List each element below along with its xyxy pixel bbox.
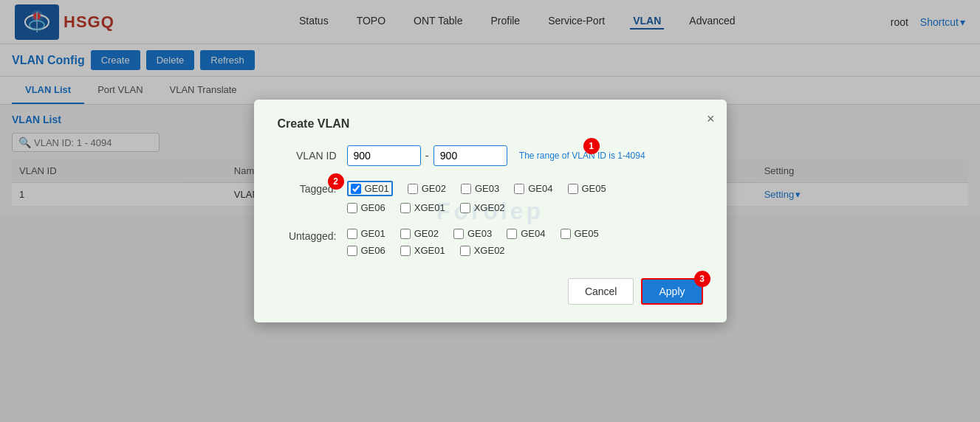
tagged-ge06-label: GE06 xyxy=(361,202,386,213)
untagged-xge02-label: XGE02 xyxy=(474,245,505,256)
tagged-xge01-item: XGE01 xyxy=(400,202,445,213)
untagged-ge05-label: GE05 xyxy=(575,228,599,239)
vlan-id-start-input[interactable] xyxy=(347,145,421,166)
tagged-xge02-checkbox[interactable] xyxy=(460,203,470,213)
tagged-xge02-item: XGE02 xyxy=(460,202,505,213)
tagged-ports-row1: GE01 GE02 GE03 GE04 xyxy=(347,181,703,196)
vlan-id-inputs: - The range of VLAN ID is 1-4094 xyxy=(347,145,645,166)
dialog-overlay: Forolep Create VLAN × VLAN ID - The rang… xyxy=(0,0,980,422)
untagged-ge01-label: GE01 xyxy=(361,228,386,239)
tagged-ge01-checkbox[interactable] xyxy=(351,184,361,194)
untagged-ge04-item: GE04 xyxy=(507,228,545,239)
untagged-ge02-label: GE02 xyxy=(414,228,439,239)
cancel-button[interactable]: Cancel xyxy=(568,278,634,305)
vlan-id-row: VLAN ID - The range of VLAN ID is 1-4094… xyxy=(278,145,703,166)
untagged-label: Untagged: xyxy=(278,230,337,242)
dialog-footer: Cancel Apply 3 xyxy=(278,278,703,305)
tagged-ge02-checkbox[interactable] xyxy=(408,184,418,194)
tagged-label: Tagged: xyxy=(278,183,337,195)
step-badge-3: 3 xyxy=(694,271,710,287)
untagged-ports-row2: GE06 XGE01 XGE02 xyxy=(347,245,703,256)
untagged-xge02-item: XGE02 xyxy=(460,245,505,256)
apply-button[interactable]: Apply xyxy=(641,278,702,305)
untagged-row: Untagged: GE01 GE02 GE03 xyxy=(278,228,703,256)
tagged-ge02-item: GE02 xyxy=(408,181,446,196)
vlan-range-hint: The range of VLAN ID is 1-4094 xyxy=(519,151,645,161)
tagged-xge01-label: XGE01 xyxy=(414,202,445,213)
tagged-ge06-checkbox[interactable] xyxy=(347,203,357,213)
tagged-xge01-checkbox[interactable] xyxy=(400,203,411,213)
untagged-ge02-item: GE02 xyxy=(400,228,439,239)
tagged-ge06-item: GE06 xyxy=(347,202,386,213)
untagged-ge01-item: GE01 xyxy=(347,228,386,239)
tagged-ge05-checkbox[interactable] xyxy=(568,184,578,194)
tagged-ge03-item: GE03 xyxy=(461,181,499,196)
tagged-ge01-item: GE01 xyxy=(347,181,393,196)
tagged-ge01-label: GE01 xyxy=(365,183,389,194)
tagged-ge05-label: GE05 xyxy=(582,183,606,194)
untagged-ge01-checkbox[interactable] xyxy=(347,229,357,239)
untagged-xge02-checkbox[interactable] xyxy=(460,246,470,256)
tagged-ports-row2: GE06 XGE01 XGE02 xyxy=(347,202,703,213)
untagged-ge05-checkbox[interactable] xyxy=(561,229,571,239)
untagged-ge06-label: GE06 xyxy=(361,245,386,256)
dash-separator: - xyxy=(425,149,429,162)
dialog-title: Create VLAN xyxy=(278,117,703,131)
tagged-ge05-item: GE05 xyxy=(568,181,606,196)
step-badge-1: 1 xyxy=(583,138,600,154)
untagged-xge01-label: XGE01 xyxy=(414,245,445,256)
tagged-ge04-checkbox[interactable] xyxy=(514,184,524,194)
tagged-ge02-label: GE02 xyxy=(422,183,446,194)
untagged-ge03-checkbox[interactable] xyxy=(453,229,464,239)
untagged-ge04-label: GE04 xyxy=(521,228,545,239)
untagged-ge05-item: GE05 xyxy=(561,228,599,239)
untagged-xge01-item: XGE01 xyxy=(400,245,445,256)
tagged-row: Tagged: GE01 GE02 GE03 xyxy=(278,181,703,213)
untagged-ge03-item: GE03 xyxy=(453,228,492,239)
untagged-ge06-item: GE06 xyxy=(347,245,386,256)
tagged-xge02-label: XGE02 xyxy=(474,202,505,213)
tagged-ge03-checkbox[interactable] xyxy=(461,184,471,194)
untagged-xge01-checkbox[interactable] xyxy=(400,246,411,256)
close-button[interactable]: × xyxy=(707,111,715,127)
create-vlan-dialog: Forolep Create VLAN × VLAN ID - The rang… xyxy=(254,100,727,322)
untagged-ge04-checkbox[interactable] xyxy=(507,229,517,239)
step-badge-2: 2 xyxy=(328,173,344,190)
untagged-ports-row1: GE01 GE02 GE03 GE04 xyxy=(347,228,703,239)
untagged-ge03-label: GE03 xyxy=(467,228,492,239)
untagged-ge06-checkbox[interactable] xyxy=(347,246,357,256)
vlan-id-end-input[interactable] xyxy=(434,145,507,166)
vlan-id-label: VLAN ID xyxy=(278,150,337,162)
untagged-ge02-checkbox[interactable] xyxy=(400,229,411,239)
tagged-ge03-label: GE03 xyxy=(475,183,499,194)
tagged-ge04-item: GE04 xyxy=(514,181,552,196)
tagged-ge04-label: GE04 xyxy=(528,183,552,194)
